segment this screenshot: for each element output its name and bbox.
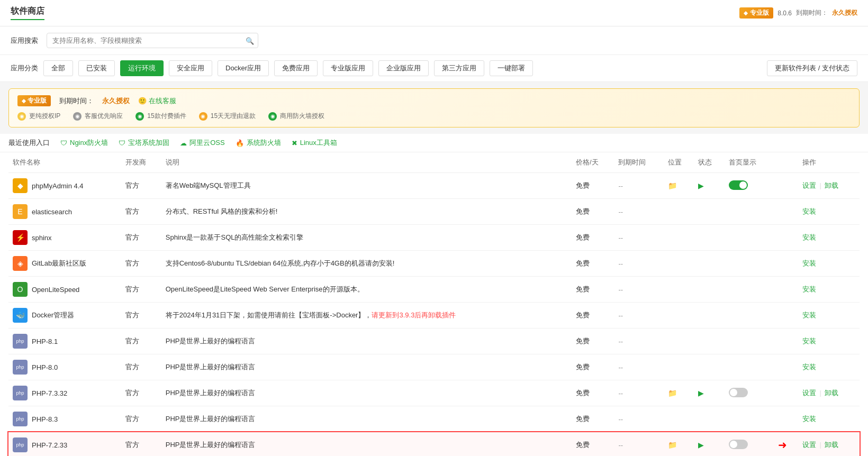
install-link[interactable]: 安装 bbox=[802, 233, 816, 241]
action-sep: | bbox=[818, 389, 824, 397]
table-container: 软件名称 开发商 说明 价格/天 到期时间 位置 状态 首页显示 操作 ◆ ph… bbox=[0, 152, 868, 456]
cat-pro[interactable]: 专业版应用 bbox=[323, 60, 373, 76]
table-row: O OpenLiteSpeed 官方 OpenLiteSpeed是LiteSpe… bbox=[8, 277, 860, 303]
status-cell: ▶ bbox=[694, 380, 725, 406]
uninstall-link[interactable]: 卸载 bbox=[825, 181, 838, 189]
nginx-icon: 🛡 bbox=[60, 139, 67, 147]
search-input[interactable] bbox=[47, 33, 258, 48]
install-link[interactable]: 安装 bbox=[802, 337, 816, 345]
cat-runtime[interactable]: 运行环境 bbox=[120, 60, 164, 76]
uninstall-link[interactable]: 卸载 bbox=[825, 441, 838, 449]
red-arrow-icon: ➜ bbox=[778, 439, 787, 451]
quick-linux[interactable]: ✖ Linux工具箱 bbox=[292, 138, 337, 148]
desc-cell: 著名Web端MySQL管理工具 bbox=[161, 173, 572, 199]
service-link[interactable]: 🙂 在线客服 bbox=[138, 96, 176, 106]
app-name-cell: php PHP-8.3 bbox=[8, 406, 121, 432]
th-expire: 到期时间 bbox=[614, 152, 663, 173]
th-vendor: 开发商 bbox=[121, 152, 161, 173]
arrow-cell bbox=[774, 251, 798, 277]
homepage-cell bbox=[725, 329, 774, 354]
system-guard-icon: 🛡 bbox=[119, 139, 125, 147]
th-name: 软件名称 bbox=[8, 152, 121, 173]
table-row: php PHP-8.1 官方 PHP是世界上最好的编程语言 免费 -- 安装 bbox=[8, 329, 860, 354]
quick-system-guard[interactable]: 🛡 宝塔系统加固 bbox=[119, 138, 169, 148]
status-cell: ▶ bbox=[694, 432, 725, 457]
desc-cell: 支持Centos6-8/ubuntu TLS/debian 64位系统,内存小于… bbox=[161, 251, 572, 277]
cat-security[interactable]: 安全应用 bbox=[169, 60, 212, 76]
quick-aliyun[interactable]: ☁ 阿里云OSS bbox=[180, 138, 224, 148]
folder-icon[interactable]: 📁 bbox=[668, 389, 677, 397]
toggle-off[interactable] bbox=[729, 440, 748, 449]
cat-oneclick[interactable]: 一键部署 bbox=[490, 60, 533, 76]
app-desc: OpenLiteSpeed是LiteSpeed Web Server Enter… bbox=[166, 285, 364, 293]
app-name: PHP-8.3 bbox=[32, 415, 58, 423]
install-link[interactable]: 安装 bbox=[802, 207, 816, 215]
homepage-cell bbox=[725, 432, 774, 457]
app-vendor: 官方 bbox=[125, 389, 139, 397]
arrow-cell bbox=[774, 199, 798, 225]
toggle-off[interactable] bbox=[729, 388, 748, 397]
location-cell bbox=[664, 225, 694, 251]
quick-sys-firewall[interactable]: 🔥 系统防火墙 bbox=[236, 138, 281, 148]
folder-icon[interactable]: 📁 bbox=[668, 181, 677, 190]
app-name: sphinx bbox=[32, 234, 52, 242]
app-icon: php bbox=[13, 360, 28, 375]
install-link[interactable]: 安装 bbox=[802, 285, 816, 293]
feature-service-icon: ◉ bbox=[73, 112, 82, 121]
app-icon: php bbox=[13, 334, 28, 349]
cat-all[interactable]: 全部 bbox=[43, 60, 73, 76]
install-link[interactable]: 安装 bbox=[802, 415, 816, 423]
status-cell bbox=[694, 225, 725, 251]
app-expire: -- bbox=[618, 182, 623, 190]
install-link[interactable]: 安装 bbox=[802, 363, 816, 371]
price-cell: 免费 bbox=[572, 225, 614, 251]
setting-link[interactable]: 设置 bbox=[802, 441, 816, 449]
toggle-on[interactable] bbox=[729, 180, 748, 190]
cat-enterprise[interactable]: 企业版应用 bbox=[378, 60, 429, 76]
vendor-cell: 官方 bbox=[121, 303, 161, 329]
banner-expire-value: 永久授权 bbox=[102, 96, 130, 106]
cat-free[interactable]: 免费应用 bbox=[274, 60, 318, 76]
linux-text: Linux工具箱 bbox=[300, 138, 337, 148]
feature-plugins: ◉ 15款付费插件 bbox=[135, 112, 186, 121]
app-desc: PHP是世界上最好的编程语言 bbox=[166, 337, 256, 345]
th-homepage: 首页显示 bbox=[725, 152, 774, 173]
cat-thirdparty[interactable]: 第三方应用 bbox=[434, 60, 484, 76]
expire-cell: -- bbox=[614, 303, 663, 329]
expire-cell: -- bbox=[614, 251, 663, 277]
pro-banner: 专业版 到期时间： 永久授权 🙂 在线客服 ◉ 更纯授权IP ◉ 客服优先响应 … bbox=[8, 88, 860, 127]
update-list-btn[interactable]: 更新软件列表 / 支付状态 bbox=[767, 60, 857, 76]
feature-refund: ◉ 15天无理由退款 bbox=[199, 112, 256, 121]
install-link[interactable]: 安装 bbox=[802, 311, 816, 319]
search-icon[interactable]: 🔍 bbox=[246, 37, 254, 44]
install-link[interactable]: 安装 bbox=[802, 259, 816, 267]
cat-installed[interactable]: 已安装 bbox=[78, 60, 115, 76]
app-name-cell: ⚡ sphinx bbox=[8, 225, 121, 251]
app-name: Docker管理器 bbox=[32, 311, 74, 320]
setting-link[interactable]: 设置 bbox=[802, 389, 816, 397]
cat-docker[interactable]: Docker应用 bbox=[218, 60, 269, 76]
uninstall-link[interactable]: 卸载 bbox=[825, 389, 838, 397]
expire-cell: -- bbox=[614, 329, 663, 354]
play-icon[interactable]: ▶ bbox=[698, 389, 704, 397]
expire-label: 到期时间： bbox=[796, 8, 828, 17]
location-cell bbox=[664, 329, 694, 354]
price-cell: 免费 bbox=[572, 432, 614, 457]
app-icon: php bbox=[13, 437, 28, 452]
expire-cell: -- bbox=[614, 432, 663, 457]
search-label: 应用搜索 bbox=[11, 36, 38, 45]
folder-icon[interactable]: 📁 bbox=[668, 441, 677, 449]
app-expire: -- bbox=[618, 208, 623, 216]
setting-link[interactable]: 设置 bbox=[802, 181, 816, 189]
play-icon[interactable]: ▶ bbox=[698, 181, 704, 190]
location-cell bbox=[664, 406, 694, 432]
quick-nginx[interactable]: 🛡 Nginx防火墙 bbox=[60, 138, 108, 148]
action-cell: 安装 bbox=[798, 354, 860, 380]
vendor-cell: 官方 bbox=[121, 277, 161, 303]
play-icon[interactable]: ▶ bbox=[698, 441, 704, 449]
sys-firewall-text: 系统防火墙 bbox=[247, 138, 281, 148]
location-cell bbox=[664, 251, 694, 277]
feature-ip: ◉ 更纯授权IP bbox=[17, 112, 60, 121]
th-action: 操作 bbox=[798, 152, 860, 173]
table-row: ◈ GitLab最新社区版 官方 支持Centos6-8/ubuntu TLS/… bbox=[8, 251, 860, 277]
